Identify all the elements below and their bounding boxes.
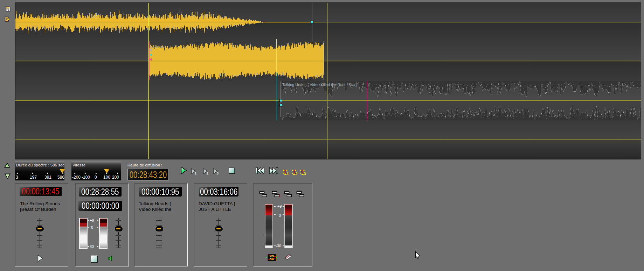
svg-text:2: 2 <box>296 172 298 176</box>
svg-text:1: 1 <box>287 172 289 176</box>
svg-text:3: 3 <box>304 172 306 176</box>
svg-text:3: 3 <box>217 172 219 175</box>
svg-text:VoiceTrack: VoiceTrack <box>150 45 165 49</box>
svg-text:Talking Heads [ Video Killed t: Talking Heads [ Video Killed the Radio S… <box>282 83 359 87</box>
svg-text:1: 1 <box>195 172 196 175</box>
svg-text:2: 2 <box>207 172 208 175</box>
